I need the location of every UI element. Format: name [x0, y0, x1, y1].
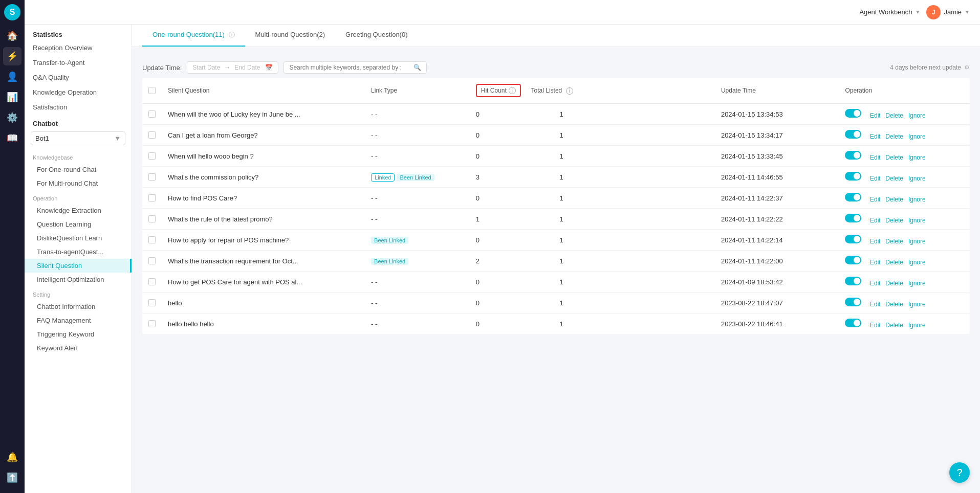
- ignore-button[interactable]: Ignore: [907, 112, 927, 119]
- delete-button[interactable]: Delete: [884, 175, 905, 182]
- tab-greeting[interactable]: Greeting Question(0): [335, 25, 418, 47]
- nav-reports-icon[interactable]: 📊: [3, 88, 21, 106]
- delete-button[interactable]: Delete: [884, 259, 905, 266]
- operation-label: Operation: [25, 190, 132, 204]
- row-toggle[interactable]: [845, 109, 861, 118]
- edit-button[interactable]: Edit: [868, 280, 882, 287]
- edit-button[interactable]: Edit: [868, 196, 882, 203]
- row-checkbox[interactable]: [148, 236, 156, 243]
- row-toggle[interactable]: [845, 151, 861, 160]
- tab-multi-round[interactable]: Multi-round Question(2): [245, 25, 336, 47]
- sidebar-item-intelligent-opt[interactable]: Intelligent Optimization: [25, 273, 132, 286]
- nav-book-icon[interactable]: 📖: [3, 129, 21, 147]
- edit-button[interactable]: Edit: [868, 154, 882, 161]
- ignore-button[interactable]: Ignore: [907, 154, 927, 161]
- row-checkbox[interactable]: [148, 131, 156, 139]
- nav-bell-icon[interactable]: 🔔: [3, 448, 21, 466]
- bot-selector[interactable]: Bot1 ▼: [31, 131, 125, 145]
- row-checkbox[interactable]: [148, 278, 156, 285]
- delete-button[interactable]: Delete: [884, 322, 905, 329]
- question-text: How to get POS Care for agent with POS a…: [162, 272, 365, 293]
- start-date-input[interactable]: Start Date → End Date 📅: [187, 61, 278, 74]
- sidebar-item-qa-quality[interactable]: Q&A Quality: [25, 70, 132, 85]
- settings-gear-icon[interactable]: ⚙: [964, 64, 970, 71]
- sidebar-item-triggering-kw[interactable]: Triggering Keyword: [25, 327, 132, 341]
- sidebar-item-for-multi-round[interactable]: For Multi-round Chat: [25, 176, 132, 190]
- ignore-button[interactable]: Ignore: [907, 301, 927, 308]
- delete-button[interactable]: Delete: [884, 280, 905, 287]
- search-input[interactable]: [289, 64, 413, 71]
- row-toggle[interactable]: [845, 193, 861, 201]
- edit-button[interactable]: Edit: [868, 217, 882, 224]
- sidebar-item-knowledge-operation[interactable]: Knowledge Operation: [25, 85, 132, 100]
- ignore-button[interactable]: Ignore: [907, 259, 927, 266]
- row-toggle[interactable]: [845, 298, 861, 306]
- help-button[interactable]: ?: [949, 462, 970, 483]
- ignore-button[interactable]: Ignore: [907, 175, 927, 182]
- edit-button[interactable]: Edit: [868, 175, 882, 182]
- row-toggle[interactable]: [845, 277, 861, 285]
- delete-button[interactable]: Delete: [884, 301, 905, 308]
- edit-button[interactable]: Edit: [868, 259, 882, 266]
- sidebar-item-knowledge-extraction[interactable]: Knowledge Extraction: [25, 204, 132, 217]
- link-type-dash: - -: [371, 152, 377, 160]
- sidebar-item-silent-question[interactable]: Silent Question: [25, 259, 132, 273]
- row-checkbox[interactable]: [148, 299, 156, 306]
- edit-button[interactable]: Edit: [868, 301, 882, 308]
- row-toggle[interactable]: [845, 319, 861, 327]
- row-checkbox[interactable]: [148, 110, 156, 118]
- tab-one-round[interactable]: One-round Question(11) ⓘ: [142, 25, 245, 47]
- row-toggle[interactable]: [845, 130, 861, 139]
- delete-button[interactable]: Delete: [884, 238, 905, 245]
- edit-button[interactable]: Edit: [868, 133, 882, 140]
- nav-upload-icon[interactable]: ⬆️: [3, 468, 21, 487]
- ignore-button[interactable]: Ignore: [907, 196, 927, 203]
- row-checkbox[interactable]: [148, 194, 156, 201]
- sidebar-item-transfer-to-agent[interactable]: Transfer-to-Agent: [25, 55, 132, 70]
- select-all-checkbox[interactable]: [148, 87, 156, 94]
- delete-button[interactable]: Delete: [884, 196, 905, 203]
- sidebar-item-for-one-round[interactable]: For One-round Chat: [25, 163, 132, 176]
- sidebar-item-chatbot-info[interactable]: Chatbot Information: [25, 300, 132, 313]
- sidebar-item-keyword-alert[interactable]: Keyword Alert: [25, 341, 132, 355]
- nav-contacts-icon[interactable]: 👤: [3, 68, 21, 86]
- sidebar-item-question-learning[interactable]: Question Learning: [25, 217, 132, 231]
- tab-one-round-info-icon[interactable]: ⓘ: [229, 31, 235, 38]
- ignore-button[interactable]: Ignore: [907, 133, 927, 140]
- ignore-button[interactable]: Ignore: [907, 322, 927, 329]
- sidebar-item-trans-to-agent[interactable]: Trans-to-agentQuest...: [25, 245, 132, 259]
- row-checkbox[interactable]: [148, 320, 156, 327]
- nav-settings-icon[interactable]: ⚙️: [3, 108, 21, 127]
- hit-count-info-icon[interactable]: i: [509, 87, 516, 94]
- nav-home-icon[interactable]: 🏠: [3, 27, 21, 45]
- sidebar-item-faq-mgmt[interactable]: FAQ Management: [25, 313, 132, 327]
- search-bar[interactable]: 🔍: [284, 61, 427, 74]
- hit-count-cell: 1 1: [470, 209, 660, 230]
- total-listed-info-icon[interactable]: i: [566, 87, 573, 95]
- row-toggle[interactable]: [845, 172, 861, 181]
- user-menu[interactable]: J Jamie ▼: [926, 5, 970, 19]
- sidebar-item-satisfaction[interactable]: Satisfaction: [25, 100, 132, 115]
- ignore-button[interactable]: Ignore: [907, 280, 927, 287]
- row-toggle[interactable]: [845, 214, 861, 222]
- ignore-button[interactable]: Ignore: [907, 238, 927, 245]
- ignore-button[interactable]: Ignore: [907, 217, 927, 224]
- row-checkbox[interactable]: [148, 152, 156, 160]
- row-checkbox[interactable]: [148, 215, 156, 222]
- row-toggle[interactable]: [845, 256, 861, 264]
- delete-button[interactable]: Delete: [884, 154, 905, 161]
- sidebar-item-dislike-question[interactable]: DislikeQuestion Learn: [25, 231, 132, 245]
- row-checkbox[interactable]: [148, 173, 156, 181]
- row-checkbox[interactable]: [148, 257, 156, 264]
- edit-button[interactable]: Edit: [868, 112, 882, 119]
- nav-chatbot-icon[interactable]: ⚡: [3, 47, 21, 65]
- delete-button[interactable]: Delete: [884, 112, 905, 119]
- row-toggle[interactable]: [845, 235, 861, 243]
- agent-workbench-selector[interactable]: Agent Workbench ▼: [859, 8, 920, 16]
- sidebar-item-reception-overview[interactable]: Reception Overview: [25, 40, 132, 55]
- delete-button[interactable]: Delete: [884, 217, 905, 224]
- edit-button[interactable]: Edit: [868, 322, 882, 329]
- edit-button[interactable]: Edit: [868, 238, 882, 245]
- delete-button[interactable]: Delete: [884, 133, 905, 140]
- content-area: Update Time: Start Date → End Date 📅 🔍 4…: [132, 47, 980, 493]
